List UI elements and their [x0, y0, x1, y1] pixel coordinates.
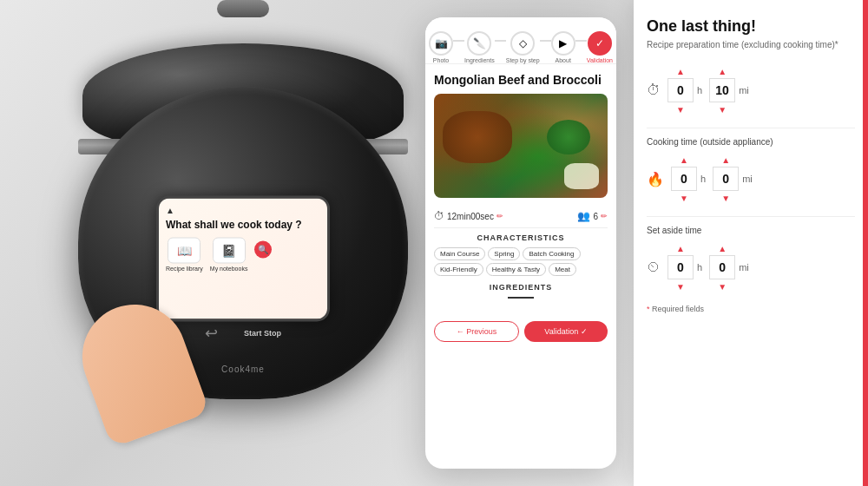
aside-hours-down[interactable]: ▼ [671, 280, 690, 292]
start-stop-button[interactable]: Start Stop [244, 329, 281, 338]
time-edit-icon[interactable]: ✏ [496, 212, 503, 220]
cooking-minutes-up[interactable]: ▲ [716, 154, 735, 166]
cooker-model-label: Cook4me [221, 364, 265, 374]
ingredients-divider [508, 297, 534, 299]
cooking-time-icon: 🔥 [647, 171, 664, 187]
phone-action-buttons: ← Previous Validation ✓ [425, 321, 616, 342]
prep-minutes-stepper: ▲ 10 ▼ [709, 65, 735, 115]
required-fields-text: Required fields [652, 305, 704, 313]
cooking-minutes-down[interactable]: ▼ [716, 192, 735, 204]
tab-connector-4 [575, 40, 587, 42]
tabs-row: 📷 Photo 🔪 Ingredients ◇ Step by step ▶ A… [429, 31, 613, 63]
required-star: * [647, 305, 650, 313]
screen-content: ▲ What shall we cook today ? 📖 Recipe li… [159, 199, 327, 319]
validation-tab-icon: ✓ [588, 31, 612, 56]
food-broccoli-visual [547, 120, 590, 154]
notebooks-item[interactable]: 📓 My notebooks [210, 237, 248, 271]
tab-ingredients[interactable]: 🔪 Ingredients [464, 31, 495, 63]
aside-hours-unit: h [697, 262, 702, 273]
screen-search-button[interactable]: 🔍 [254, 240, 272, 258]
servings-icon: 👥 [577, 210, 590, 222]
screen-icons-row: 📖 Recipe library 📓 My notebooks 🔍 [166, 237, 320, 271]
tab-connector-2 [495, 40, 506, 42]
aside-hours-up[interactable]: ▲ [671, 242, 690, 254]
aside-minutes-down[interactable]: ▼ [713, 280, 732, 292]
aside-time-icon: ⏲ [647, 259, 661, 275]
aside-minutes-stepper: ▲ 0 ▼ [709, 242, 735, 292]
cooking-hours-up[interactable]: ▲ [674, 154, 694, 166]
aside-minutes-group: ▲ 0 ▼ mi [709, 242, 749, 292]
prep-hours-unit: h [697, 85, 702, 95]
aside-hours-value: 0 [667, 255, 694, 279]
recipe-library-icon-box: 📖 [168, 237, 201, 263]
tab-about[interactable]: ▶ About [551, 31, 575, 63]
back-button[interactable]: ↩ [205, 324, 218, 343]
about-tab-icon: ▶ [551, 31, 575, 56]
cooking-hours-value: 0 [671, 167, 697, 191]
aside-time-row: ⏲ ▲ 0 ▼ h ▲ 0 ▼ mi [647, 242, 855, 292]
cooker-section: Tefal ▲ What shall we cook today ? 📖 Rec… [0, 0, 486, 486]
recipe-image [434, 94, 608, 198]
cooker-handle [217, 0, 269, 17]
prep-hours-up[interactable]: ▲ [671, 65, 690, 77]
phone-tabs: 📷 Photo 🔪 Ingredients ◇ Step by step ▶ A… [425, 24, 616, 64]
ingredients-tab-icon: 🔪 [467, 31, 491, 56]
tag-main-course: Main Course [434, 247, 485, 260]
prep-minutes-group: ▲ 10 ▼ mi [709, 65, 749, 115]
time-meta: ⏱ 12min00sec ✏ [434, 210, 503, 222]
right-panel-accent [863, 0, 868, 486]
cooker-screen[interactable]: ▲ What shall we cook today ? 📖 Recipe li… [156, 196, 330, 322]
tab-step-by-step[interactable]: ◇ Step by step [506, 31, 540, 63]
clock-icon: ⏱ [434, 210, 444, 222]
prep-time-icon: ⏱ [647, 82, 661, 98]
divider-2 [647, 216, 855, 217]
previous-button-label: ← Previous [457, 327, 497, 336]
validation-button[interactable]: Validation ✓ [524, 321, 608, 342]
cooking-minutes-unit: mi [742, 174, 753, 184]
previous-button[interactable]: ← Previous [434, 321, 519, 342]
recipe-library-label: Recipe library [166, 265, 203, 271]
validation-button-label: Validation ✓ [544, 327, 587, 336]
notebooks-icon-box: 📓 [213, 237, 246, 263]
recipe-library-item[interactable]: 📖 Recipe library [166, 237, 203, 271]
prep-minutes-value: 10 [709, 78, 735, 102]
tag-spring: Spring [488, 247, 520, 260]
photo-tab-icon: 📷 [429, 31, 453, 56]
tags-row: Main Course Spring Batch Cooking Kid-Fri… [434, 247, 608, 276]
screen-question-text: What shall we cook today ? [166, 219, 320, 233]
prep-hours-stepper: ▲ 0 ▼ [667, 65, 694, 115]
cooking-hours-unit: h [700, 174, 706, 184]
tab-connector-3 [540, 40, 551, 42]
notebooks-label: My notebooks [210, 265, 248, 271]
tab-photo[interactable]: 📷 Photo [429, 31, 453, 63]
prep-time-row: ⏱ ▲ 0 ▼ h ▲ 10 ▼ mi [647, 65, 855, 115]
tag-kid-friendly: Kid-Friendly [434, 263, 483, 276]
aside-time-section: Set aside time ⏲ ▲ 0 ▼ h ▲ 0 ▼ mi [647, 226, 855, 292]
about-tab-label: About [556, 57, 571, 63]
panel-subtitle: Recipe preparation time (excluding cooki… [647, 39, 855, 51]
servings-edit-icon[interactable]: ✏ [601, 212, 608, 220]
prep-minutes-up[interactable]: ▲ [713, 65, 732, 77]
step-tab-label: Step by step [506, 57, 540, 63]
screen-top-bar: ▲ [166, 206, 320, 215]
cooking-hours-down[interactable]: ▼ [674, 192, 694, 204]
cooking-minutes-value: 0 [713, 167, 739, 191]
ingredients-header: INGREDIENTS [434, 283, 608, 292]
aside-hours-group: ▲ 0 ▼ h [667, 242, 702, 292]
prep-hours-value: 0 [667, 78, 694, 102]
tab-validation[interactable]: ✓ Validation [587, 31, 613, 63]
cooker-bottom-controls: ↩ Start Stop [205, 324, 281, 343]
cooking-hours-stepper: ▲ 0 ▼ [671, 154, 697, 204]
tag-meat: Meat [549, 263, 576, 276]
aside-minutes-up[interactable]: ▲ [713, 242, 732, 254]
prep-hours-down[interactable]: ▼ [671, 103, 690, 115]
ingredients-tab-label: Ingredients [464, 57, 495, 63]
recipe-time: 12min00sec [447, 212, 494, 221]
servings-meta: 👥 6 ✏ [577, 210, 608, 222]
divider-1 [647, 128, 855, 128]
cooking-time-label: Cooking time (outside appliance) [647, 137, 855, 147]
phone-screen: 📷 Photo 🔪 Ingredients ◇ Step by step ▶ A… [425, 17, 616, 469]
prep-minutes-unit: mi [739, 85, 749, 95]
prep-minutes-down[interactable]: ▼ [713, 103, 732, 115]
panel-title: One last thing! [647, 17, 855, 36]
